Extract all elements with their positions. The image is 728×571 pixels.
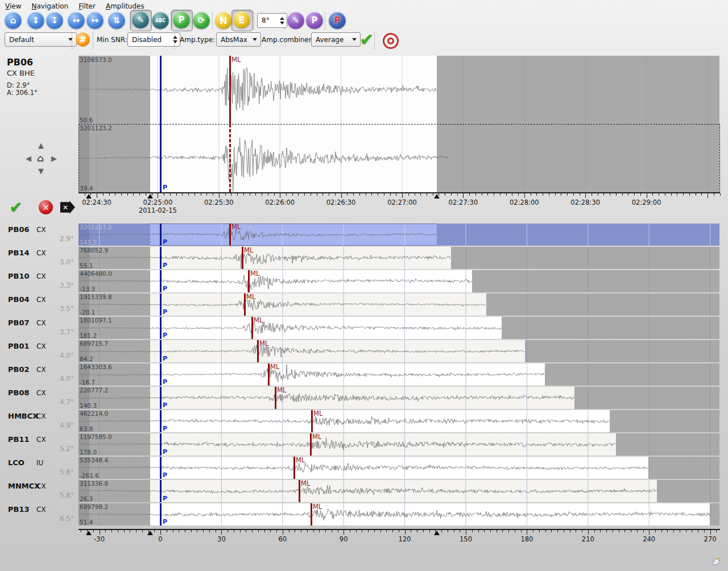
- trace-row-pb06[interactable]: PB06CX2.9°3201227.2143.5PML: [0, 224, 720, 246]
- ml-pick-marker[interactable]: [229, 56, 231, 124]
- p-pick-marker[interactable]: [160, 224, 162, 246]
- list-time-axis: -300306090120150180210240270: [78, 529, 720, 551]
- p-pick-marker[interactable]: [160, 457, 162, 479]
- pick-phase-icon[interactable]: P: [173, 11, 190, 28]
- menu-view[interactable]: View: [5, 2, 21, 10]
- trace-area[interactable]: 535348.4-261.6PML: [78, 457, 719, 479]
- spinner-arrows-icon[interactable]: [278, 17, 287, 24]
- zoom-trace-1[interactable]: 3106573.050.6: [78, 56, 719, 124]
- trace-area[interactable]: 462214.063.8PML: [78, 410, 719, 432]
- zoom-horizontal-icon[interactable]: ↔: [68, 12, 85, 29]
- p-pick-label: P: [163, 262, 167, 269]
- fit-amplitude-icon[interactable]: ↧: [46, 12, 63, 29]
- p-pick-marker[interactable]: [160, 433, 162, 456]
- p-pick-marker[interactable]: [160, 363, 162, 386]
- tick-mark: [380, 530, 381, 532]
- trace-area[interactable]: 1643303.6-16.7PML: [78, 363, 719, 386]
- ml-pick-marker[interactable]: [311, 410, 313, 432]
- trace-row-pb04[interactable]: PB04CX3.5°1915339.8-20.1PML: [0, 293, 720, 316]
- trace-area[interactable]: 689798.251.4PML: [78, 503, 719, 526]
- p-pick-marker[interactable]: [160, 317, 162, 339]
- trace-row-pb10[interactable]: PB10CX3.3°4406480.0-13.3PML: [0, 270, 720, 292]
- p-pick-marker[interactable]: [160, 410, 162, 432]
- trace-area[interactable]: 1197585.0178.0PML: [78, 433, 719, 456]
- trace-row-lco[interactable]: LCOIU5.6°535348.4-261.6PML: [0, 457, 720, 479]
- trace-area[interactable]: 689715.784.2PML: [78, 340, 719, 362]
- profile-combobox[interactable]: Default: [5, 32, 77, 47]
- ml-pick-marker[interactable]: [244, 293, 246, 316]
- fit-time-window-icon[interactable]: ↦: [86, 12, 104, 29]
- magnitude-hash-button[interactable]: #: [76, 32, 90, 47]
- recompute-target-button[interactable]: [383, 33, 399, 49]
- p-pick-marker[interactable]: [160, 340, 162, 362]
- trace-row-header: PB11CX5.2°: [0, 433, 78, 456]
- trace-row-pb13[interactable]: PB13CX6.5°689798.251.4PML: [0, 503, 720, 526]
- p-pick-marker[interactable]: [160, 270, 162, 292]
- trace-area[interactable]: 1801097.1181.2PML: [78, 317, 719, 339]
- ml-pick-marker[interactable]: [257, 340, 259, 362]
- skip-trace-button[interactable]: ✕: [60, 201, 75, 214]
- trace-area[interactable]: 1915339.8-20.1PML: [78, 293, 719, 316]
- trace-area[interactable]: 768052.955.1PML: [78, 247, 719, 269]
- trace-row-pb07[interactable]: PB07CX3.7°1801097.1181.2PML: [0, 317, 720, 339]
- scale-amplitudes-icon[interactable]: ⇅: [108, 12, 125, 29]
- amp-type-combobox[interactable]: AbsMax: [216, 32, 261, 47]
- pan-left-icon[interactable]: ◀: [26, 154, 31, 163]
- rotation-spinbox[interactable]: 8°: [257, 13, 287, 28]
- amp-combiner-combobox[interactable]: Average: [311, 32, 361, 47]
- relocate-icon[interactable]: ⟳: [193, 12, 210, 29]
- amplitude-pick-icon[interactable]: P: [306, 12, 323, 29]
- ml-pick-marker[interactable]: [268, 363, 270, 386]
- trace-row-mnmcx[interactable]: MNMCXCX5.8°311336.826.3PML: [0, 480, 720, 502]
- ml-pick-marker[interactable]: [251, 317, 253, 339]
- menu-amplitudes[interactable]: Amplitudes: [106, 2, 144, 10]
- apply-check-button[interactable]: ✔: [359, 30, 374, 49]
- p-pick-marker[interactable]: [160, 503, 162, 526]
- p-pick-marker[interactable]: [160, 247, 162, 269]
- p-pick-marker[interactable]: [160, 293, 162, 316]
- measure-tool-icon[interactable]: ✎: [132, 11, 149, 28]
- ml-pick-marker[interactable]: [275, 387, 276, 409]
- ml-pick-marker[interactable]: [310, 433, 312, 456]
- amplitude-toolbar: Default # Min SNR: Disabled Amp.type: Ab…: [0, 31, 728, 50]
- trace-row-pb14[interactable]: PB14CX3.0°768052.955.1PML: [0, 247, 720, 269]
- pan-right-icon[interactable]: ▶: [51, 154, 57, 163]
- ml-pick-marker[interactable]: [248, 270, 250, 292]
- waveform: [78, 247, 719, 269]
- amplitude-edit-icon[interactable]: ✎: [287, 12, 304, 29]
- pan-home-icon[interactable]: ⌂: [37, 152, 44, 164]
- trace-area[interactable]: 311336.826.3PML: [78, 480, 719, 502]
- trace-row-hmbcx[interactable]: HMBCXCX4.9°462214.063.8PML: [0, 410, 720, 432]
- trace-row-pb01[interactable]: PB01CX4.0°689715.784.2PML: [0, 340, 720, 362]
- trace-row-pb11[interactable]: PB11CX5.2°1197585.0178.0PML: [0, 433, 720, 456]
- confirm-pick-button[interactable]: ✔: [9, 198, 22, 217]
- ml-pick-marker[interactable]: [229, 224, 231, 246]
- ml-pick-marker[interactable]: [242, 247, 243, 269]
- measure-tool-icon-frame: ✎: [130, 10, 152, 31]
- trace-area[interactable]: 220777.2140.3PML: [78, 387, 719, 409]
- p-pick-marker[interactable]: [160, 387, 162, 409]
- reject-pick-button[interactable]: ✕: [39, 200, 53, 214]
- menu-filter[interactable]: Filter: [78, 2, 96, 10]
- trace-area[interactable]: 3201227.2143.5PML: [78, 224, 719, 246]
- amplitude-max-label: 689715.7: [80, 340, 108, 347]
- trace-area[interactable]: 4406480.0-13.3PML: [78, 270, 719, 292]
- ml-pick-marker[interactable]: [293, 457, 295, 479]
- p-pick-marker[interactable]: [160, 480, 162, 502]
- pan-up-icon[interactable]: ▲: [38, 141, 44, 150]
- zoom-vertical-icon[interactable]: ↕: [27, 12, 44, 29]
- home-icon[interactable]: ⌂: [5, 12, 22, 29]
- pan-down-icon[interactable]: ▼: [38, 167, 44, 175]
- trace-row-pb08[interactable]: PB08CX4.7°220777.2140.3PML: [0, 387, 720, 409]
- component-e-icon[interactable]: E: [233, 11, 250, 28]
- compute-magnitudes-icon[interactable]: P: [329, 12, 346, 29]
- trace-row-pb02[interactable]: PB02CX4.0°1643303.6-16.7PML: [0, 363, 720, 386]
- menu-navigation[interactable]: Navigation: [31, 2, 68, 10]
- min-snr-spinbox[interactable]: Disabled: [127, 32, 180, 47]
- ml-pick-marker[interactable]: [299, 480, 300, 502]
- spinner-arrows-icon[interactable]: [171, 36, 180, 43]
- zoom-trace-panel[interactable]: 3106573.050.63201123.239.4PML: [78, 56, 719, 192]
- annotation-icon[interactable]: ABC: [152, 12, 169, 29]
- ml-pick-marker[interactable]: [311, 503, 312, 526]
- component-n-icon[interactable]: N: [215, 12, 232, 29]
